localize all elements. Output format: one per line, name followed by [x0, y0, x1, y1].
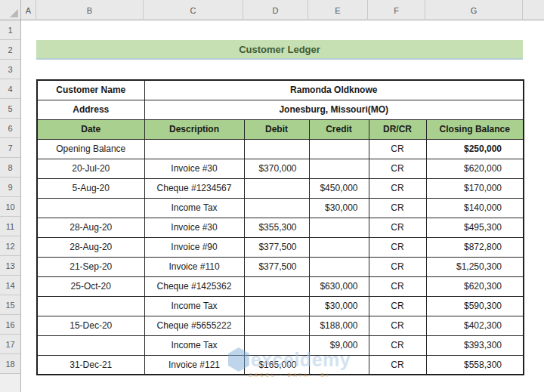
cell-description[interactable]: Invoice #110 [144, 257, 244, 276]
row-header-2[interactable]: 2 [0, 40, 20, 60]
customer-name-value-cell[interactable]: Ramonda Oldknowe [144, 80, 524, 100]
row-header-8[interactable]: 8 [0, 158, 20, 177]
cell-credit[interactable] [309, 257, 369, 276]
cell-drcr[interactable]: CR [369, 178, 426, 198]
column-header-c[interactable]: C [144, 0, 243, 20]
cell-closing-balance[interactable]: $402,300 [426, 316, 524, 335]
row-header-5[interactable]: 5 [0, 99, 20, 119]
cell-description[interactable]: Cheque #1234567 [144, 178, 244, 198]
column-header-e[interactable]: E [308, 0, 368, 20]
cell-closing-balance[interactable]: $620,300 [426, 276, 524, 296]
row-header-1[interactable]: 1 [0, 20, 20, 40]
cell-debit[interactable] [244, 316, 309, 335]
column-header-g[interactable]: G [425, 0, 523, 20]
cell-description[interactable]: Income Tax [144, 335, 244, 355]
cell-drcr[interactable]: CR [369, 159, 426, 178]
select-all-corner[interactable] [0, 0, 21, 20]
cell-debit[interactable] [244, 335, 309, 355]
cell-date[interactable]: 21-Sep-20 [37, 257, 144, 276]
cell-date[interactable] [37, 296, 144, 316]
cell-drcr[interactable]: CR [369, 198, 426, 218]
cell-drcr[interactable]: CR [369, 276, 426, 296]
cell-description[interactable]: Cheque #5655222 [144, 316, 244, 335]
cell-drcr[interactable]: CR [369, 335, 426, 355]
cell-debit[interactable]: $377,500 [244, 237, 309, 257]
cell-closing-balance[interactable]: $1,250,300 [426, 257, 524, 276]
cell-credit[interactable] [309, 218, 369, 237]
cell-credit[interactable]: $450,000 [309, 178, 369, 198]
column-header-b[interactable]: B [36, 0, 144, 20]
cell-debit[interactable] [244, 139, 309, 159]
cell-date[interactable]: 28-Aug-20 [37, 237, 144, 257]
cell-closing-balance[interactable]: $620,000 [426, 159, 524, 178]
cell-date[interactable]: 20-Jul-20 [37, 159, 144, 178]
cell-credit[interactable] [309, 139, 369, 159]
row-header-15[interactable]: 15 [0, 295, 20, 315]
cell-debit[interactable] [244, 198, 309, 218]
cell-drcr[interactable]: CR [369, 355, 426, 375]
cell-description[interactable]: Invoice #90 [144, 237, 244, 257]
column-header-a[interactable]: A [21, 0, 36, 20]
cell-description[interactable]: Income Tax [144, 198, 244, 218]
cell-credit[interactable]: $630,000 [309, 276, 369, 296]
cell-date[interactable]: 5-Aug-20 [37, 178, 144, 198]
cell-description[interactable]: Invoice #121 [144, 355, 244, 375]
cell-description[interactable]: Cheque #1425362 [144, 276, 244, 296]
cell-date[interactable] [37, 335, 144, 355]
row-header-4[interactable]: 4 [0, 79, 20, 99]
cell-closing-balance[interactable]: $170,000 [426, 178, 524, 198]
address-value-cell[interactable]: Jonesburg, Missouri(MO) [144, 100, 524, 119]
cell-credit[interactable]: $30,000 [309, 296, 369, 316]
cell-debit[interactable] [244, 296, 309, 316]
row-header-18[interactable]: 18 [0, 354, 20, 374]
cell-description[interactable]: Invoice #30 [144, 218, 244, 237]
cell-date[interactable]: 31-Dec-21 [37, 355, 144, 375]
row-header-13[interactable]: 13 [0, 256, 20, 276]
cell-credit[interactable]: $188,000 [309, 316, 369, 335]
cell-description[interactable]: Income Tax [144, 296, 244, 316]
header-drcr[interactable]: DR/CR [369, 119, 426, 139]
row-header-6[interactable]: 6 [0, 119, 20, 138]
cell-closing-balance[interactable]: $140,000 [426, 198, 524, 218]
column-header-f[interactable]: F [368, 0, 425, 20]
cell-closing-balance[interactable]: $250,000 [426, 139, 524, 159]
header-date[interactable]: Date [37, 119, 144, 139]
cell-credit[interactable] [309, 355, 369, 375]
cell-drcr[interactable]: CR [369, 257, 426, 276]
column-header-partial[interactable] [523, 0, 544, 20]
cell-drcr[interactable]: CR [369, 237, 426, 257]
cell-drcr[interactable]: CR [369, 316, 426, 335]
row-header-17[interactable]: 17 [0, 335, 20, 354]
cell-drcr[interactable]: CR [369, 139, 426, 159]
row-header-9[interactable]: 9 [0, 177, 20, 197]
cell-closing-balance[interactable]: $590,300 [426, 296, 524, 316]
cell-date[interactable]: 15-Dec-20 [37, 316, 144, 335]
header-credit[interactable]: Credit [309, 119, 369, 139]
row-header-10[interactable]: 10 [0, 197, 20, 217]
cell-debit[interactable]: $370,000 [244, 159, 309, 178]
cell-closing-balance[interactable]: $495,300 [426, 218, 524, 237]
cell-drcr[interactable]: CR [369, 296, 426, 316]
row-header-3[interactable]: 3 [0, 60, 20, 79]
cell-description[interactable]: Invoice #30 [144, 159, 244, 178]
cell-date[interactable]: Opening Balance [37, 139, 144, 159]
cell-credit[interactable] [309, 237, 369, 257]
cell-credit[interactable] [309, 159, 369, 178]
cell-closing-balance[interactable]: $393,300 [426, 335, 524, 355]
row-header-14[interactable]: 14 [0, 276, 20, 295]
column-header-d[interactable]: D [243, 0, 308, 20]
header-debit[interactable]: Debit [244, 119, 309, 139]
row-header-7[interactable]: 7 [0, 138, 20, 158]
cell-credit[interactable]: $9,000 [309, 335, 369, 355]
cell-description[interactable] [144, 139, 244, 159]
row-header-12[interactable]: 12 [0, 236, 20, 256]
cell-credit[interactable]: $30,000 [309, 198, 369, 218]
cell-drcr[interactable]: CR [369, 218, 426, 237]
customer-name-label-cell[interactable]: Customer Name [37, 80, 144, 100]
cell-debit[interactable]: $165,000 [244, 355, 309, 375]
header-closing-balance[interactable]: Closing Balance [426, 119, 524, 139]
header-description[interactable]: Description [144, 119, 244, 139]
cell-debit[interactable] [244, 178, 309, 198]
cell-debit[interactable]: $377,500 [244, 257, 309, 276]
cell-date[interactable] [37, 198, 144, 218]
